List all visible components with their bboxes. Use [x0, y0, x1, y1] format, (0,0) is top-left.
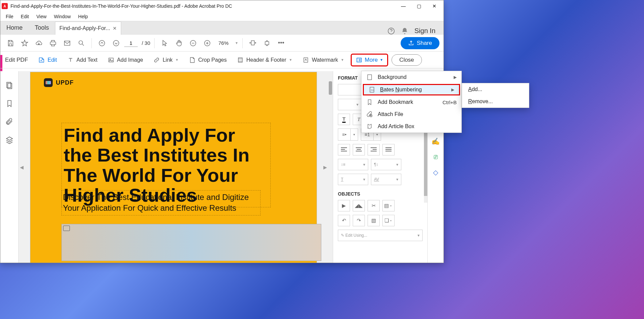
align-justify-icon[interactable]: [382, 144, 395, 155]
pointer-icon[interactable]: [159, 37, 171, 49]
rotate-cw-icon[interactable]: ↷: [353, 215, 365, 226]
add-text-button[interactable]: Add Text: [64, 55, 101, 65]
menu-file[interactable]: File: [2, 13, 17, 20]
collapse-right-icon[interactable]: ▶: [323, 162, 327, 172]
flip-h-icon[interactable]: ▶: [338, 200, 350, 211]
bates-remove[interactable]: Remove...: [462, 95, 529, 108]
menu-background[interactable]: Background ▶: [361, 71, 461, 83]
tab-document[interactable]: Find-and-Apply-For... ✕: [55, 22, 121, 35]
more-tools-icon[interactable]: •••: [275, 37, 287, 49]
organize-icon[interactable]: ⎚: [432, 153, 440, 161]
replace-image-icon[interactable]: ▧: [368, 215, 380, 226]
svg-rect-9: [109, 58, 113, 62]
hand-icon[interactable]: [173, 37, 185, 49]
collapse-left-icon[interactable]: ◀: [19, 162, 24, 172]
page-up-icon[interactable]: [96, 37, 108, 49]
document-scrollbar[interactable]: [328, 71, 333, 263]
zoom-out-icon[interactable]: [187, 37, 199, 49]
align-objects-icon[interactable]: ▤: [382, 200, 395, 211]
rotate-ccw-icon[interactable]: ↶: [338, 215, 350, 226]
layers-icon[interactable]: [5, 136, 14, 144]
menu-bates-numbering[interactable]: 012 Bates Numbering ▶: [363, 84, 460, 95]
zoom-in-icon[interactable]: [201, 37, 213, 49]
document-area: ◀ UPDF Find and Apply For the Best Insti…: [19, 71, 328, 263]
header-footer-button[interactable]: Header & Footer ▼: [234, 55, 296, 65]
menu-view[interactable]: View: [33, 13, 50, 20]
close-edit-button[interactable]: Close: [392, 54, 422, 66]
page-image-placeholder[interactable]: [61, 224, 321, 261]
align-center-icon[interactable]: [353, 144, 365, 155]
scroll-mode-icon[interactable]: [261, 37, 273, 49]
more-button[interactable]: More ▼: [351, 54, 388, 66]
text-color-icon[interactable]: T: [338, 114, 350, 125]
crop-pages-button[interactable]: Crop Pages: [185, 55, 230, 65]
page-number-input[interactable]: [124, 39, 138, 47]
menu-add-article-box[interactable]: Add Article Box: [361, 120, 461, 133]
horizontal-scale-select[interactable]: T▾: [338, 174, 368, 185]
edit-button[interactable]: Edit: [35, 55, 60, 65]
font-size-select[interactable]: ▾: [338, 99, 361, 110]
link-button[interactable]: Link ▼: [150, 55, 182, 65]
menu-edit[interactable]: Edit: [18, 13, 32, 20]
tab-close-icon[interactable]: ✕: [113, 26, 117, 31]
tab-tools[interactable]: Tools: [29, 21, 55, 35]
close-window-button[interactable]: ✕: [427, 1, 442, 11]
menu-add-bookmark[interactable]: Add Bookmark Ctrl+B: [361, 96, 461, 108]
svg-rect-1: [64, 41, 70, 45]
maximize-button[interactable]: ▢: [411, 1, 427, 11]
attach-icon: [366, 111, 373, 118]
pdf-page[interactable]: UPDF Find and Apply For the Best Institu…: [30, 72, 317, 263]
link-icon: [153, 57, 160, 63]
menu-window[interactable]: Window: [51, 13, 74, 20]
watermark-button[interactable]: Watermark ▼: [299, 55, 348, 65]
window-title: Find-and-Apply-For-the-Best-Institutes-I…: [10, 3, 396, 9]
flip-v-icon[interactable]: ◢◣: [353, 200, 365, 211]
arrange-icon[interactable]: ❏: [382, 215, 395, 226]
share-button[interactable]: Share: [401, 37, 439, 49]
menu-attach-file[interactable]: Attach File: [361, 108, 461, 120]
star-icon[interactable]: [19, 37, 31, 49]
paragraph-spacing-select[interactable]: ¶↕▾: [371, 159, 401, 170]
watermark-icon: [302, 57, 309, 63]
help-icon[interactable]: [387, 27, 395, 35]
crop-icon: [189, 57, 195, 63]
sign-in-link[interactable]: Sign In: [414, 27, 435, 35]
menu-help[interactable]: Help: [75, 13, 91, 20]
crop-object-icon[interactable]: ✂: [368, 200, 380, 211]
sign-icon[interactable]: ✍: [432, 137, 440, 145]
search-icon[interactable]: [75, 37, 87, 49]
line-spacing-select[interactable]: ↕≡▾: [338, 159, 368, 170]
svg-text:012: 012: [371, 89, 374, 91]
attachments-icon[interactable]: [5, 118, 14, 126]
page-subhead[interactable]: Discover The Best Educational Institute …: [61, 190, 261, 215]
svg-point-3: [99, 40, 105, 46]
bookmarks-icon[interactable]: [5, 99, 14, 108]
bates-add[interactable]: Add...: [462, 83, 529, 95]
align-left-icon[interactable]: [338, 144, 350, 155]
article-icon: [366, 123, 373, 130]
bates-icon: 012: [369, 86, 375, 93]
cloud-icon[interactable]: [33, 37, 45, 49]
tab-home[interactable]: Home: [0, 21, 29, 35]
zoom-dropdown-icon[interactable]: ▼: [235, 41, 238, 45]
page-down-icon[interactable]: [110, 37, 122, 49]
bell-icon[interactable]: [401, 27, 408, 35]
bullet-list-icon[interactable]: ≡•: [338, 129, 350, 140]
bullet-list-more-icon[interactable]: ▾: [350, 129, 358, 140]
protect-icon[interactable]: ◇: [432, 168, 440, 176]
more-dropdown-menu: Background ▶ 012 Bates Numbering ▶ Add B…: [361, 71, 462, 133]
image-icon: [108, 57, 114, 63]
save-icon[interactable]: [4, 37, 17, 49]
add-image-button[interactable]: Add Image: [104, 55, 146, 65]
align-right-icon[interactable]: [368, 144, 380, 155]
char-spacing-select[interactable]: AV▾: [371, 174, 401, 185]
edit-using-select[interactable]: ✎ Edit Using...▾: [338, 230, 423, 241]
print-icon[interactable]: [47, 37, 59, 49]
mail-icon[interactable]: [61, 37, 73, 49]
thumbnails-icon[interactable]: [5, 81, 14, 89]
fit-width-icon[interactable]: [247, 37, 259, 49]
zoom-value: 76%: [215, 40, 232, 46]
minimize-button[interactable]: —: [396, 1, 411, 11]
main-toolbar: / 30 76% ▼ ••• Share: [0, 35, 444, 52]
edit-pdf-title: Edit PDF: [5, 57, 28, 63]
